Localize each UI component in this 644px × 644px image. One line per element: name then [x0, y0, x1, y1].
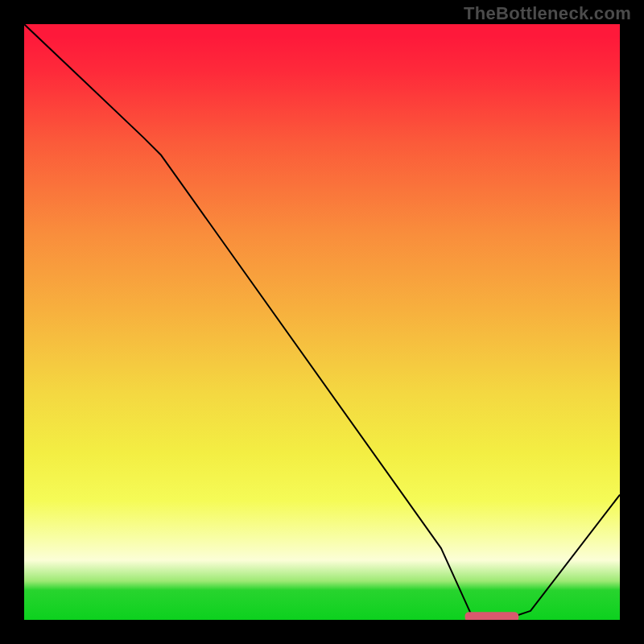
optimal-range-marker [465, 612, 519, 620]
plot-area [24, 24, 620, 620]
watermark-text: TheBottleneck.com [464, 3, 631, 24]
chart-frame: TheBottleneck.com [0, 0, 644, 644]
bottleneck-curve [24, 24, 620, 617]
chart-svg [24, 24, 620, 620]
